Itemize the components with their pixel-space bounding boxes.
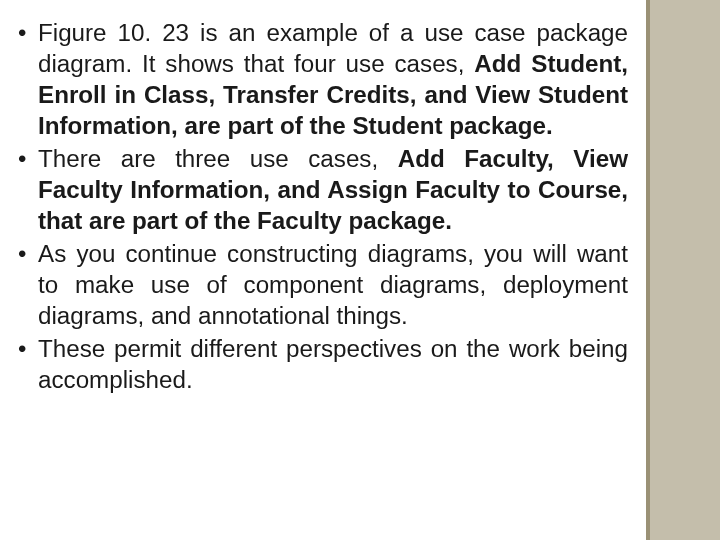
bullet-item: As you continue constructing diagrams, y… (18, 239, 628, 332)
bullet-item: Figure 10. 23 is an example of a use cas… (18, 18, 628, 142)
bullet-text-pre: As you continue constructing diagrams, y… (38, 240, 628, 329)
bullet-list: Figure 10. 23 is an example of a use cas… (18, 18, 628, 396)
bullet-item: These permit different perspectives on t… (18, 334, 628, 396)
slide-sidebar (650, 0, 720, 540)
slide-sidebar-divider (646, 0, 650, 540)
slide-content: Figure 10. 23 is an example of a use cas… (18, 18, 628, 398)
bullet-item: There are three use cases, Add Faculty, … (18, 144, 628, 237)
bullet-text-pre: These permit different perspectives on t… (38, 335, 628, 393)
bullet-text-pre: There are three use cases, (38, 145, 398, 172)
